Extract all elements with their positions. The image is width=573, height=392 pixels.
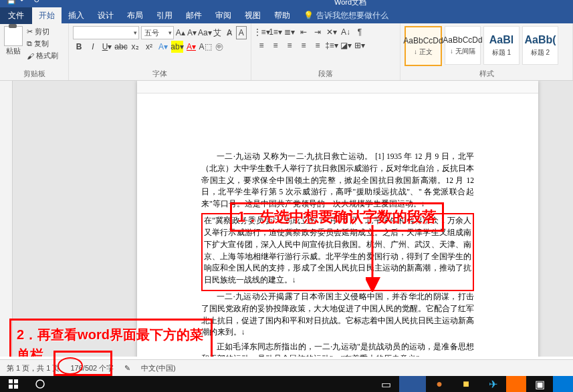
style-label: ↓ 正文	[414, 47, 433, 57]
font-name-select[interactable]	[73, 26, 139, 39]
paste-icon	[4, 26, 23, 46]
numbering-button[interactable]: 1≡▾	[269, 26, 281, 38]
shrink-font-button[interactable]: A▾	[187, 27, 197, 39]
distribute-button[interactable]: ≡	[312, 39, 324, 51]
undo-icon[interactable]: ↶	[20, 0, 29, 5]
style-preview: AaBbCcDd	[403, 36, 443, 45]
scissors-icon: ✂	[27, 27, 33, 36]
change-case-button[interactable]: Aa▾	[199, 27, 211, 39]
taskview-icon[interactable]: ▭	[372, 376, 399, 392]
taskbar-app-6[interactable]: ▣	[526, 376, 553, 392]
status-word-count[interactable]: 176/502 个字	[68, 362, 116, 375]
bullets-button[interactable]: ⋮≡▾	[255, 26, 267, 38]
ribbon-tabs: 文件 开始 插入 设计 布局 引用 邮件 审阅 视图 帮助 💡 告诉我您想要做什…	[0, 7, 573, 23]
titlebar: 💾 ↶ ↻ Word文档	[0, 0, 573, 7]
bold-button[interactable]: B	[73, 41, 85, 53]
quick-access-toolbar: 💾 ↶ ↻	[7, 0, 43, 5]
status-spellcheck-icon[interactable]: ✎	[122, 363, 133, 374]
status-language[interactable]: 中文(中国)	[138, 362, 178, 375]
cut-label: 剪切	[35, 27, 49, 37]
tab-mailings[interactable]: 邮件	[179, 7, 209, 24]
style-no-spacing[interactable]: AaBbCcDd ↓ 无间隔	[445, 26, 481, 65]
format-painter-label: 格式刷	[36, 51, 58, 61]
annotation-step2: 2．再查看word界面最下方的菜单栏 圆圈内的就是选中部分的字数	[9, 319, 213, 357]
tab-home[interactable]: 开始	[32, 7, 62, 24]
char-border-button[interactable]: A	[236, 26, 247, 39]
clear-formatting-button[interactable]: A̷	[224, 27, 233, 39]
tab-view[interactable]: 视图	[238, 7, 267, 24]
sort-button[interactable]: A↓	[340, 26, 352, 38]
style-heading2[interactable]: AaBb( 标题 2	[522, 26, 558, 65]
superscript-button[interactable]: x²	[143, 41, 155, 53]
taskbar-search[interactable]	[53, 376, 372, 392]
char-shading-button[interactable]: A⬚	[199, 41, 211, 53]
font-size-select[interactable]: 五号	[141, 26, 174, 39]
paragraph-4[interactable]: 正如毛泽东同志所指出的，一二·九运动"是抗战动员的运动，是准备思想和干部的运动，…	[201, 341, 474, 357]
underline-button[interactable]: U▾	[101, 41, 113, 53]
phonetic-guide-button[interactable]: 艾	[213, 27, 222, 39]
show-marks-button[interactable]: ¶	[354, 26, 366, 38]
paste-button[interactable]: 粘贴	[4, 25, 23, 61]
document-area: 一二·九运动 又称为一二·九抗日救亡运动。 [1] 1935 年 12 月 9 …	[0, 81, 573, 357]
taskbar-app-1[interactable]	[399, 376, 426, 392]
save-icon[interactable]: 💾	[7, 0, 16, 5]
start-button[interactable]	[0, 376, 27, 392]
tell-me-search[interactable]: 💡 告诉我您想要做什么	[304, 10, 388, 21]
style-label: ↓ 无间隔	[450, 47, 475, 56]
tab-references[interactable]: 引用	[150, 7, 179, 24]
group-label-font: 字体	[73, 67, 247, 80]
group-styles: AaBbCcDd ↓ 正文 AaBbCcDd ↓ 无间隔 AaBl 标题 1 A…	[400, 23, 573, 80]
paragraph-3[interactable]: 一二·九运动公开揭露了日本帝国主义侵略中国，并吞华北的阴谋，打击了国民党政府的妥…	[201, 291, 474, 339]
enclose-char-button[interactable]: ㊥	[213, 41, 225, 53]
vertical-ruler[interactable]	[0, 81, 13, 357]
taskbar-app-5[interactable]	[506, 376, 526, 392]
style-preview: AaBbCcDd	[443, 35, 482, 45]
redo-icon[interactable]: ↻	[33, 0, 43, 5]
svg-rect-3	[14, 379, 18, 383]
asian-layout-button[interactable]: ✕▾	[326, 26, 338, 38]
font-color-button[interactable]: A▾	[185, 41, 197, 53]
style-label: 标题 1	[492, 48, 511, 57]
ribbon: 粘贴 ✂剪切 ⧉复制 🖌格式刷 剪贴板 五号 A▴ A▾ Aa▾ 艾 A̷ A	[0, 23, 573, 81]
brush-icon: 🖌	[27, 52, 34, 60]
format-painter-button[interactable]: 🖌格式刷	[27, 50, 58, 61]
tab-file[interactable]: 文件	[0, 7, 32, 24]
style-label: 标题 2	[531, 48, 550, 57]
align-right-button[interactable]: ≡	[283, 39, 296, 51]
borders-button[interactable]: ⊞▾	[354, 39, 366, 51]
status-page[interactable]: 第 1 页，共 1 页	[4, 362, 62, 375]
style-heading1[interactable]: AaBl 标题 1	[483, 26, 520, 65]
tab-design[interactable]: 设计	[91, 7, 120, 24]
tab-review[interactable]: 审阅	[209, 7, 238, 24]
highlight-button[interactable]: ab▾	[171, 41, 183, 53]
tab-help[interactable]: 帮助	[267, 7, 297, 24]
document-title: Word文档	[334, 0, 366, 7]
line-spacing-button[interactable]: ‡≡▾	[326, 39, 338, 51]
group-clipboard: 粘贴 ✂剪切 ⧉复制 🖌格式刷 剪贴板	[0, 23, 69, 80]
align-left-button[interactable]: ≡	[255, 39, 267, 51]
taskbar-app-7[interactable]	[553, 376, 573, 392]
tab-layout[interactable]: 布局	[120, 7, 150, 24]
decrease-indent-button[interactable]: ⇤	[298, 26, 310, 38]
italic-button[interactable]: I	[87, 41, 99, 53]
justify-button[interactable]: ≡	[298, 39, 310, 51]
cortana-icon[interactable]	[27, 376, 53, 392]
taskbar-app-4[interactable]: ✈	[479, 376, 506, 392]
style-normal[interactable]: AaBbCcDd ↓ 正文	[405, 26, 442, 66]
taskbar-app-2[interactable]: ●	[426, 376, 453, 392]
increase-indent-button[interactable]: ⇥	[312, 26, 324, 38]
taskbar-app-3[interactable]: ■	[453, 376, 479, 392]
align-center-button[interactable]: ≡	[269, 39, 281, 51]
paragraph-1[interactable]: 一二·九运动 又称为一二·九抗日救亡运动。 [1] 1935 年 12 月 9 …	[201, 151, 474, 210]
shading-button[interactable]: ◪▾	[340, 39, 352, 51]
multilevel-button[interactable]: ≣▾	[283, 26, 296, 38]
styles-gallery[interactable]: AaBbCcDd ↓ 正文 AaBbCcDd ↓ 无间隔 AaBl 标题 1 A…	[405, 26, 568, 66]
copy-button[interactable]: ⧉复制	[27, 38, 58, 49]
subscript-button[interactable]: x₂	[129, 41, 141, 53]
copy-label: 复制	[34, 39, 49, 49]
strikethrough-button[interactable]: abc	[115, 41, 127, 53]
text-effects-button[interactable]: A▾	[157, 41, 169, 53]
grow-font-button[interactable]: A▴	[176, 27, 185, 39]
cut-button[interactable]: ✂剪切	[27, 26, 58, 37]
tab-insert[interactable]: 插入	[62, 7, 91, 24]
